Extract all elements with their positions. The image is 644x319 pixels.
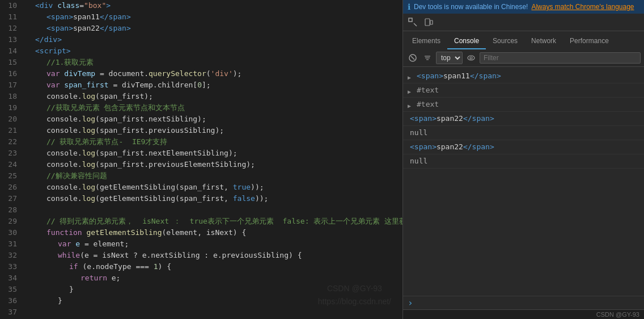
devtools-info-bar: ℹ Dev tools is now available in Chinese!…: [403, 0, 644, 14]
devtools-footer: CSDN @GY-93: [403, 309, 644, 319]
svg-rect-2: [425, 19, 430, 26]
svg-rect-0: [409, 18, 412, 22]
info-icon: ℹ: [408, 2, 410, 11]
console-entry[interactable]: <span>span22</span>: [403, 140, 644, 154]
console-entry: null: [403, 154, 644, 169]
console-entry[interactable]: <span>span11</span>: [403, 69, 644, 83]
console-prompt: ›: [408, 297, 413, 308]
code-lines: <div class="box"> <span>span11</span> <s…: [22, 0, 402, 319]
line-numbers: 10 11 12 13 14 15 16 17 18 19 20 21 22 2…: [0, 0, 22, 319]
console-input[interactable]: [416, 299, 639, 307]
console-output: <span>span11</span> #text #text <span>sp…: [403, 67, 644, 296]
tab-elements[interactable]: Elements: [405, 33, 447, 49]
tab-sources[interactable]: Sources: [486, 33, 524, 49]
clear-console-button[interactable]: [406, 52, 419, 64]
language-match-link[interactable]: Always match Chrome's language: [531, 3, 634, 11]
tab-performance[interactable]: Performance: [563, 33, 616, 49]
console-toolbar: top: [403, 49, 644, 67]
console-input-area[interactable]: ›: [403, 296, 644, 309]
footer-credit: CSDN @GY-93: [596, 311, 639, 318]
inspect-element-button[interactable]: [406, 16, 419, 28]
devtools-panel: ℹ Dev tools is now available in Chinese!…: [402, 0, 644, 319]
svg-line-1: [414, 23, 417, 26]
devtools-tabs: Elements Console Sources Network Perform…: [403, 31, 644, 49]
console-entry: null: [403, 126, 644, 140]
console-entry[interactable]: <span>span22</span>: [403, 112, 644, 126]
context-selector[interactable]: top: [436, 52, 463, 64]
code-editor: 10 11 12 13 14 15 16 17 18 19 20 21 22 2…: [0, 0, 402, 319]
info-bar-text: Dev tools is now available in Chinese!: [414, 3, 528, 11]
tab-network[interactable]: Network: [524, 33, 563, 49]
filter-input[interactable]: [480, 52, 641, 64]
console-entry[interactable]: #text: [403, 83, 644, 98]
svg-point-9: [468, 56, 474, 60]
eye-button[interactable]: [465, 52, 477, 64]
svg-line-5: [411, 56, 414, 60]
console-entry[interactable]: #text: [403, 98, 644, 112]
svg-point-10: [470, 57, 472, 59]
console-filter-button[interactable]: [421, 52, 434, 64]
tab-console[interactable]: Console: [447, 33, 486, 49]
svg-rect-3: [430, 20, 433, 24]
device-toolbar-button[interactable]: [422, 16, 435, 28]
